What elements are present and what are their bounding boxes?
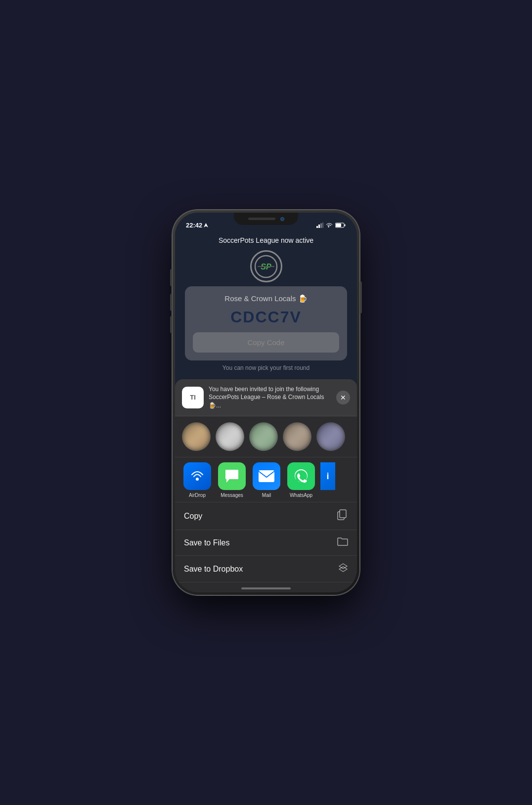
dropbox-icon [338, 563, 348, 573]
save-dropbox-icon [338, 563, 348, 575]
airdrop-icon [189, 468, 205, 484]
signal-icon [316, 223, 323, 228]
whatsapp-icon-box [287, 462, 315, 490]
svg-rect-15 [340, 510, 346, 518]
airdrop-icon-box [183, 462, 211, 490]
svg-rect-3 [320, 223, 322, 228]
time-display: 22:42 [186, 222, 202, 229]
svg-rect-12 [259, 470, 274, 482]
page-title: SoccerPots League now active [175, 236, 357, 244]
league-code: CDCC7V [193, 308, 339, 326]
phone-screen: 22:42 [175, 213, 357, 592]
share-preview-icon: TI [182, 387, 204, 408]
home-indicator [241, 587, 291, 589]
contact-avatar-2[interactable] [216, 422, 244, 451]
contact-avatar-4[interactable] [283, 422, 311, 451]
mail-icon-box [253, 462, 280, 490]
copy-icon-svg [337, 509, 348, 520]
share-preview-text: You have been invited to join the follow… [209, 385, 331, 410]
messages-icon [224, 469, 239, 483]
save-dropbox-label: Save to Dropbox [184, 565, 243, 574]
share-app-partial[interactable]: i [320, 462, 335, 498]
app-icons-row: AirDrop Messages [175, 457, 357, 502]
location-arrow-icon [204, 223, 208, 227]
action-copy[interactable]: Copy [175, 502, 357, 530]
camera [280, 217, 284, 221]
svg-rect-6 [336, 224, 341, 227]
speaker [248, 218, 275, 220]
whatsapp-icon [293, 468, 309, 484]
copy-label: Copy [184, 512, 202, 521]
svg-marker-16 [339, 564, 347, 569]
battery-icon [335, 223, 346, 228]
action-save-dropbox[interactable]: Save to Dropbox [175, 556, 357, 582]
save-files-label: Save to Files [184, 538, 229, 547]
phone-frame: 22:42 [172, 210, 360, 595]
notch [234, 213, 298, 225]
share-app-airdrop[interactable]: AirDrop [182, 462, 213, 498]
logo-area: SP [175, 250, 357, 282]
svg-rect-4 [322, 223, 323, 228]
messages-label: Messages [221, 492, 243, 498]
whatsapp-label: WhatsApp [290, 492, 312, 498]
status-icons [316, 223, 346, 228]
partial-app-icon-box: i [320, 462, 335, 490]
logo-circle: SP [250, 250, 282, 282]
mail-label: Mail [262, 492, 271, 498]
contact-avatar-3[interactable] [249, 422, 278, 451]
folder-icon [337, 537, 348, 546]
share-app-whatsapp[interactable]: WhatsApp [286, 462, 316, 498]
share-close-button[interactable]: ✕ [336, 391, 350, 404]
svg-rect-2 [318, 224, 320, 228]
app-subtext: You can now pick your first round [175, 360, 357, 375]
status-time: 22:42 [186, 222, 208, 229]
copy-code-button[interactable]: Copy Code [193, 332, 339, 353]
save-files-icon [337, 537, 348, 548]
svg-marker-17 [339, 567, 347, 572]
messages-icon-box [218, 462, 246, 490]
wifi-icon [326, 223, 333, 228]
league-name: Rose & Crown Locals 🍺 [193, 294, 339, 303]
svg-marker-0 [204, 223, 208, 227]
share-sheet: TI You have been invited to join the fol… [175, 379, 357, 592]
contacts-row [175, 416, 357, 457]
soccerpots-logo: SP [254, 254, 278, 279]
league-card: Rose & Crown Locals 🍺 CDCC7V Copy Code [185, 286, 347, 360]
share-header: TI You have been invited to join the fol… [175, 379, 357, 416]
share-app-messages[interactable]: Messages [217, 462, 247, 498]
contact-avatar-5[interactable] [316, 422, 345, 451]
svg-rect-1 [316, 226, 318, 228]
airdrop-label: AirDrop [189, 492, 206, 498]
svg-rect-7 [345, 224, 346, 226]
action-save-files[interactable]: Save to Files [175, 530, 357, 556]
svg-point-11 [196, 478, 199, 481]
contact-avatar-1[interactable] [182, 422, 211, 451]
share-app-mail[interactable]: Mail [251, 462, 282, 498]
copy-icon [337, 509, 348, 523]
app-content: SoccerPots League now active SP Rose & C… [175, 213, 357, 592]
mail-icon [258, 470, 275, 483]
